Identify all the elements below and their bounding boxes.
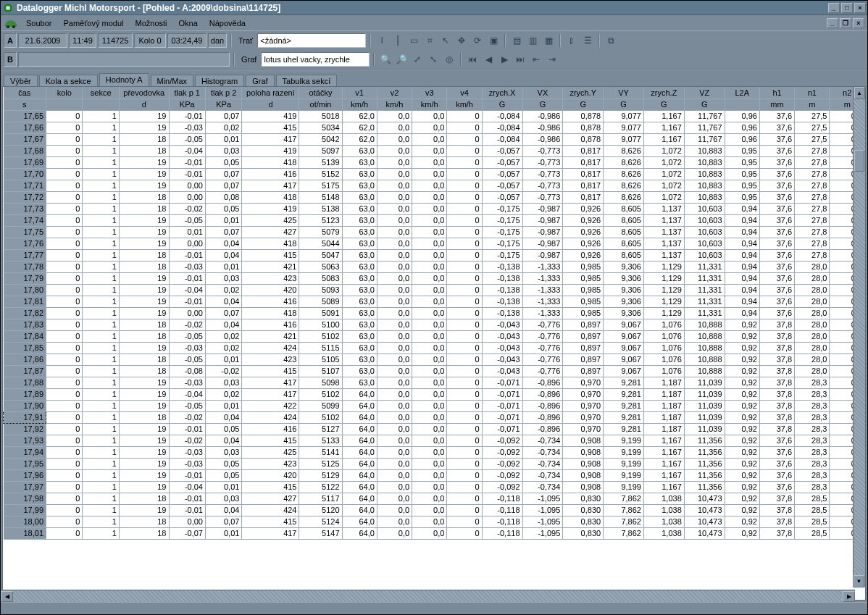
vertical-scrollbar[interactable]: ▲ ▼ <box>853 87 865 587</box>
col-header[interactable]: v1 <box>342 87 377 99</box>
copy-icon[interactable]: ⧉ <box>604 33 618 48</box>
table-row[interactable]: 17,780118-0,030,01421506363,00,00,00-0,1… <box>4 261 865 272</box>
layout1-icon[interactable]: ▤ <box>509 33 524 48</box>
col-header[interactable]: n1 <box>795 87 830 99</box>
table-row[interactable]: 17,660119-0,030,02415503462,00,00,00-0,0… <box>4 122 865 133</box>
table-row[interactable]: 17,7601190,000,04418504463,00,00,00-0,17… <box>4 238 865 249</box>
table-row[interactable]: 17,690119-0,010,05418513963,00,00,00-0,0… <box>4 156 865 168</box>
table-row[interactable]: 17,920119-0,010,05416512764,00,00,00-0,0… <box>4 423 865 435</box>
table-row[interactable]: 17,810119-0,010,04416508963,00,00,00-0,1… <box>4 296 865 307</box>
table-row[interactable]: 17,990119-0,010,04424512064,00,00,00-0,1… <box>4 504 865 516</box>
tab-graf[interactable]: Graf <box>246 75 274 87</box>
data-grid[interactable]: časkolosekcepŕevodovkatlak p 1tlak p 2po… <box>2 86 866 601</box>
col-header[interactable]: h1 <box>759 87 794 99</box>
col-header[interactable]: kolo <box>46 87 83 99</box>
col-header[interactable]: pŕevodovka <box>119 87 169 99</box>
select-icon[interactable]: ▭ <box>406 33 421 48</box>
col-header[interactable]: v3 <box>412 87 447 99</box>
menu-okna[interactable]: Okna <box>173 17 204 29</box>
minimize-button[interactable]: _ <box>828 3 840 13</box>
col-header[interactable]: VZ <box>684 87 725 99</box>
table-row[interactable]: 17,940119-0,030,03425514164,00,00,00-0,0… <box>4 446 865 458</box>
table-row[interactable]: 17,770118-0,010,04415504763,00,00,00-0,1… <box>4 249 865 261</box>
table-row[interactable]: 17,960119-0,010,05420512964,00,00,00-0,0… <box>4 469 865 481</box>
scroll-thumb[interactable] <box>854 150 864 172</box>
col-header[interactable]: v4 <box>447 87 482 99</box>
table-row[interactable]: 17,840118-0,050,02421510263,00,00,00-0,0… <box>4 330 865 342</box>
menu-soubor[interactable]: Soubor <box>20 17 57 29</box>
step-left-icon[interactable]: ⇤ <box>529 52 543 67</box>
tab-tabulka-sekcí[interactable]: Tabulka sekcí <box>276 75 338 87</box>
next-icon[interactable]: ▶ <box>497 52 512 67</box>
scroll-right-button[interactable]: ▶ <box>843 591 855 602</box>
tab-výběr[interactable]: Výběr <box>4 75 38 87</box>
col-header[interactable]: VY <box>604 87 644 99</box>
tab-kola-a-sekce[interactable]: Kola a sekce <box>39 75 98 87</box>
table-row[interactable]: 17,950119-0,030,05423512564,00,00,00-0,0… <box>4 458 865 469</box>
table-row[interactable]: 17,980118-0,010,03427511764,00,00,00-0,1… <box>4 493 865 504</box>
mdi-restore-button[interactable]: ❐ <box>840 18 851 28</box>
menu-pametovy[interactable]: Paměťový modul <box>57 17 129 29</box>
zoom-in-icon[interactable]: 🔍 <box>378 52 393 67</box>
table-row[interactable]: 17,730118-0,020,05419513863,00,00,00-0,1… <box>4 203 865 214</box>
table-row[interactable]: 17,850119-0,030,02424511563,00,00,00-0,0… <box>4 342 865 353</box>
table-row[interactable]: 17,880119-0,030,03417509863,00,00,00-0,0… <box>4 377 865 388</box>
zoom-out-icon[interactable]: 🔎 <box>394 52 409 67</box>
table-row[interactable]: 17,700119-0,010,07416515263,00,00,00-0,0… <box>4 168 865 180</box>
trat-combo[interactable]: <žádná> <box>257 33 366 48</box>
col-header[interactable]: zrych.Z <box>643 87 684 99</box>
col-header[interactable]: zrych.X <box>482 87 522 99</box>
table-row[interactable]: 17,970119-0,040,01415512264,00,00,00-0,0… <box>4 481 865 493</box>
prev-icon[interactable]: ◀ <box>481 52 496 67</box>
channel-a-button[interactable]: A <box>4 33 17 48</box>
col-header[interactable]: VX <box>522 87 563 99</box>
table-row[interactable]: 17,7101190,000,07417517563,00,00,00-0,05… <box>4 180 865 191</box>
chart2-icon[interactable]: ☰ <box>580 33 595 48</box>
zoom-y-icon[interactable]: ⤡ <box>426 52 441 67</box>
layout3-icon[interactable]: ▦ <box>541 33 556 48</box>
table-row[interactable]: 17,860118-0,050,01423510563,00,00,00-0,0… <box>4 353 865 365</box>
table-row[interactable]: 18,0001180,000,07415512464,00,00,00-0,11… <box>4 516 865 527</box>
table-row[interactable]: 17,870118-0,08-0,02415510763,00,00,00-0,… <box>4 365 865 377</box>
chart1-icon[interactable]: ⫿ <box>564 33 579 48</box>
table-row[interactable]: 17,680118-0,040,03419509763,00,00,00-0,0… <box>4 145 865 156</box>
table-row[interactable]: 17,740119-0,050,01425512363,00,00,00-0,1… <box>4 214 865 226</box>
mdi-close-button[interactable]: × <box>853 18 864 28</box>
scroll-left-button[interactable]: ◀ <box>1 591 13 602</box>
table-row[interactable]: 17,7501190,010,07427507963,00,00,00-0,17… <box>4 226 865 238</box>
col-header[interactable]: čas <box>4 87 46 99</box>
col-header[interactable]: tlak p 2 <box>205 87 241 99</box>
table-row[interactable]: 17,800119-0,040,02420509363,00,00,00-0,1… <box>4 284 865 296</box>
col-header[interactable]: v2 <box>377 87 412 99</box>
table-row[interactable]: 17,830118-0,020,04416510063,00,00,00-0,0… <box>4 319 865 330</box>
zoom-all-icon[interactable]: ◎ <box>442 52 456 67</box>
pan-icon[interactable]: ✥ <box>454 33 469 48</box>
maximize-button[interactable]: □ <box>841 3 853 13</box>
cursor-i-icon[interactable]: I <box>375 33 389 48</box>
menu-moznosti[interactable]: Možnosti <box>129 17 172 29</box>
step-right-icon[interactable]: ⇥ <box>545 52 559 67</box>
last-icon[interactable]: ⏭ <box>513 52 527 67</box>
first-icon[interactable]: ⏮ <box>465 52 480 67</box>
table-row[interactable]: 17,8201190,000,07418509163,00,00,00-0,13… <box>4 307 865 319</box>
tab-hodnoty-a[interactable]: Hodnoty A <box>99 73 149 86</box>
table-row[interactable]: 17,670118-0,050,01417504262,00,00,00-0,0… <box>4 133 865 145</box>
channel-b-button[interactable]: B <box>4 52 17 67</box>
col-header[interactable]: zrych.Y <box>563 87 604 99</box>
table-row[interactable]: 17,7201180,000,08418514863,00,00,00-0,05… <box>4 191 865 203</box>
table-row[interactable]: 17,900119-0,050,01422509964,00,00,00-0,0… <box>4 400 865 411</box>
table-row[interactable]: 18,010118-0,070,01417514764,00,00,00-0,1… <box>4 527 865 539</box>
col-header[interactable]: L2A <box>725 87 759 99</box>
horizontal-scrollbar[interactable]: ◀ ▶ <box>1 590 855 602</box>
sync-icon[interactable]: ⟳ <box>470 33 485 48</box>
scroll-up-button[interactable]: ▲ <box>854 87 865 99</box>
col-header[interactable]: sekce <box>83 87 119 99</box>
graf-combo[interactable]: lotus uhel vacky, zrychle <box>261 52 370 67</box>
tab-histogram[interactable]: Histogram <box>195 75 244 87</box>
table-row[interactable]: 17,650119-0,010,07419501862,00,00,00-0,0… <box>4 110 865 122</box>
menu-napoveda[interactable]: Nápověda <box>204 17 251 29</box>
col-header[interactable]: otáčky <box>299 87 342 99</box>
tab-min/max[interactable]: Min/Max <box>151 75 194 87</box>
col-header[interactable]: poloha razení <box>242 87 299 99</box>
crop-icon[interactable]: ⌗ <box>422 33 437 48</box>
